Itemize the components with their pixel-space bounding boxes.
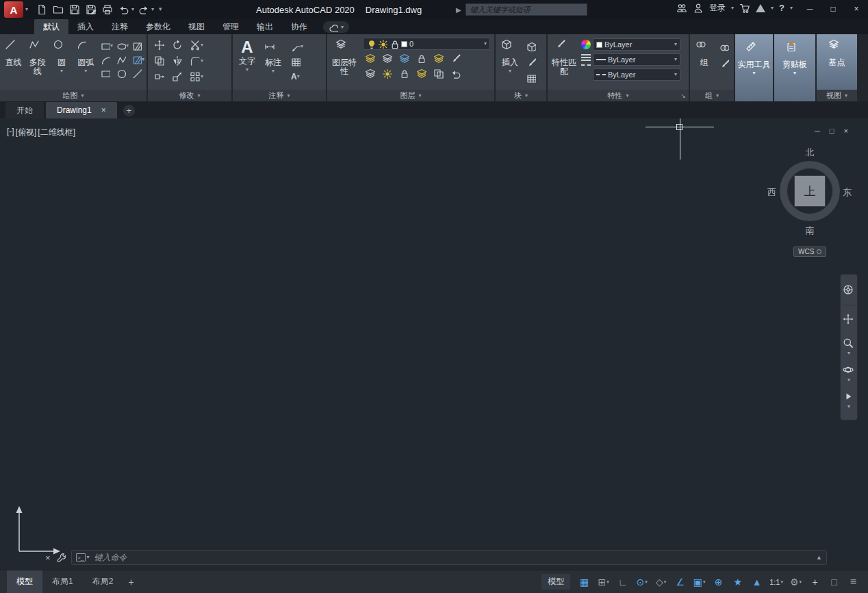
divide-tool[interactable] xyxy=(131,66,145,79)
customize-menu-button[interactable]: ≡ xyxy=(845,574,861,590)
new-drawing-button[interactable] xyxy=(34,2,49,16)
app-caret-icon[interactable]: ▾ xyxy=(771,5,774,11)
model-space-button[interactable]: 模型 xyxy=(541,574,570,590)
group-button[interactable]: 组 xyxy=(691,36,717,90)
scale-tool[interactable] xyxy=(171,70,183,83)
object-color-dropdown[interactable]: ByLayer▾ xyxy=(593,38,680,51)
layer-dropdown[interactable]: 0 ▾ xyxy=(363,38,490,50)
layer-isolate-tool[interactable] xyxy=(381,52,394,65)
clean-screen-toggle[interactable]: □ xyxy=(826,574,842,590)
move-tool[interactable] xyxy=(153,38,166,51)
panel-label-annotation[interactable]: 注释▾ xyxy=(233,90,326,101)
close-button[interactable]: × xyxy=(845,0,868,18)
workspace-switching-button[interactable]: ⚙▾ xyxy=(788,574,804,590)
plot-button[interactable] xyxy=(100,2,114,16)
viewport-close-icon[interactable]: × xyxy=(843,127,847,135)
isometric-drafting-toggle[interactable]: ◇▾ xyxy=(653,574,669,590)
orbit-button[interactable]: ▾ xyxy=(841,361,856,386)
open-button[interactable] xyxy=(51,2,65,16)
tab-parametric[interactable]: 参数化 xyxy=(137,19,179,34)
command-input-field[interactable]: >_▾ ▲ xyxy=(71,550,827,565)
layout1-tab[interactable]: 布局1 xyxy=(42,570,83,593)
layer-lock-icon[interactable] xyxy=(390,39,399,49)
object-snap-tracking-toggle[interactable]: ∠ xyxy=(672,574,688,590)
stretch-tool[interactable] xyxy=(153,70,166,83)
annotation-monitor-toggle[interactable]: + xyxy=(807,574,823,590)
rectangle-tool[interactable]: ▾ xyxy=(100,39,114,52)
edit-block-tool[interactable] xyxy=(526,55,537,68)
app-store-cart-icon[interactable] xyxy=(739,3,750,14)
redo-caret-icon[interactable]: ▾ xyxy=(151,7,154,12)
viewport-menu-control[interactable]: [-] xyxy=(7,127,14,138)
hatch-tool[interactable] xyxy=(131,39,145,52)
insert-block-button[interactable]: 插入▾ xyxy=(497,36,523,90)
layer-on-icon[interactable] xyxy=(366,39,376,49)
command-input[interactable] xyxy=(94,553,811,562)
layout2-tab[interactable]: 布局2 xyxy=(83,570,123,593)
viewcube-south[interactable]: 南 xyxy=(769,225,851,237)
maximize-button[interactable]: □ xyxy=(821,0,845,18)
mirror-tool[interactable] xyxy=(171,54,183,67)
snap-mode-toggle[interactable]: ⊞▾ xyxy=(596,574,611,590)
new-layout-button[interactable]: + xyxy=(123,570,139,593)
viewcube-north[interactable]: 北 xyxy=(769,147,851,159)
navigation-wheel-button[interactable] xyxy=(841,278,856,303)
sign-in-caret-icon[interactable]: ▾ xyxy=(731,5,734,11)
polar-tracking-toggle[interactable]: ⊙▾ xyxy=(634,574,650,590)
gradient-tool[interactable]: ▾ xyxy=(131,53,145,66)
layer-dropdown-caret-icon[interactable]: ▾ xyxy=(484,41,487,47)
undo-caret-icon[interactable]: ▾ xyxy=(131,7,134,12)
commandline-customize-icon[interactable] xyxy=(56,553,66,562)
grid-display-toggle[interactable]: ▦ xyxy=(576,574,592,590)
layer-thaw-tool[interactable] xyxy=(381,67,394,80)
tab-collaborate[interactable]: 协作 xyxy=(282,19,316,34)
viewport-restore-icon[interactable]: □ xyxy=(830,127,834,135)
wcs-selector[interactable]: WCS xyxy=(793,247,826,257)
help-button[interactable]: ? xyxy=(779,3,784,13)
make-current-layer-tool[interactable] xyxy=(433,52,445,65)
sign-in-button[interactable]: 登录 xyxy=(709,2,726,14)
create-block-tool[interactable] xyxy=(526,40,537,53)
layer-off-tool[interactable] xyxy=(364,52,376,65)
tab-annotate[interactable]: 注释 xyxy=(103,19,137,34)
application-menu-button[interactable]: A ▾ xyxy=(4,1,28,18)
panel-label-properties[interactable]: 特性▾↘ xyxy=(548,90,689,101)
spline-tool[interactable] xyxy=(116,53,129,66)
match-properties-button[interactable]: 特性匹配 xyxy=(549,36,579,90)
annotation-scale-control[interactable]: 1:1▾ xyxy=(768,574,784,590)
layer-freeze-tool[interactable] xyxy=(398,52,411,65)
text-button[interactable]: A文字▾ xyxy=(234,36,260,90)
viewport-minimize-icon[interactable]: ─ xyxy=(815,127,820,135)
share-cloud-button[interactable]: ▾ xyxy=(323,21,349,33)
model-tab[interactable]: 模型 xyxy=(7,570,42,593)
search-input[interactable] xyxy=(465,3,587,16)
layer-walk-tool[interactable] xyxy=(416,67,428,80)
circle-caret-icon[interactable]: ▾ xyxy=(60,68,63,74)
point-tool[interactable] xyxy=(116,66,129,79)
help-caret-icon[interactable]: ▾ xyxy=(790,5,793,11)
dynamic-input-toggle[interactable]: ⊕ xyxy=(711,574,726,590)
group-edit-tool[interactable] xyxy=(719,57,730,70)
viewcube[interactable]: 北 西 上 东 南 xyxy=(769,145,851,238)
table-tool[interactable] xyxy=(290,55,304,68)
base-point-button[interactable]: 基点 xyxy=(824,36,850,90)
a360-community-icon[interactable] xyxy=(676,3,687,14)
color-wheel-icon[interactable] xyxy=(581,40,591,49)
rotate-tool[interactable] xyxy=(171,38,183,51)
clipboard-button[interactable]: 剪贴板 ▾ xyxy=(774,34,815,101)
save-button[interactable] xyxy=(67,2,81,16)
line-button[interactable]: 直线 xyxy=(1,36,25,90)
define-attributes-tool[interactable] xyxy=(526,71,537,84)
viewcube-west[interactable]: 西 xyxy=(767,186,776,199)
multileader-tool[interactable]: ▾ xyxy=(290,40,304,53)
fillet-tool[interactable]: ▾ xyxy=(189,54,204,67)
layer-previous-tool[interactable] xyxy=(450,67,462,80)
text-style-tool[interactable]: A▾ xyxy=(290,70,304,83)
redo-button[interactable] xyxy=(136,2,151,16)
zoom-button[interactable]: ▾ xyxy=(841,334,856,359)
new-drawing-tab-button[interactable]: + xyxy=(123,105,135,116)
tab-view[interactable]: 视图 xyxy=(179,19,214,34)
array-tool[interactable]: ▾ xyxy=(189,70,204,83)
dimension-button[interactable]: 标注▾ xyxy=(260,36,286,90)
panel-label-modify[interactable]: 修改▾ xyxy=(148,90,231,101)
